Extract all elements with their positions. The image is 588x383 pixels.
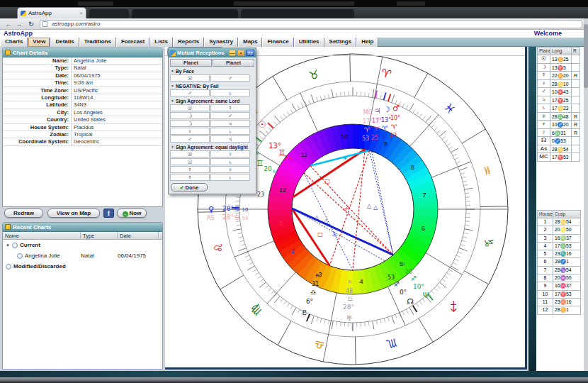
site-brand[interactable]: AstroApp [4, 30, 33, 37]
table-cell [572, 145, 580, 154]
welcome-link[interactable]: Welcome [534, 30, 562, 37]
detail-value[interactable]: 9:09 am [72, 79, 162, 86]
desktop-strip [0, 0, 588, 7]
table-cell: ♀ [538, 80, 550, 89]
detail-value[interactable]: US/Pacific [72, 87, 162, 94]
tab-close-icon[interactable]: × [79, 11, 83, 16]
wheel-annotation: R [349, 279, 352, 285]
column-header[interactable]: Name [3, 232, 81, 239]
wheel-annotation: 28° [343, 304, 354, 311]
tab-view[interactable]: View [28, 38, 50, 47]
done-button[interactable]: ✔ Done [171, 183, 208, 192]
table-row: 728♑54 [538, 267, 581, 274]
right-panel: PlanetLongR☉13♊25☽13♈5☿22♊20R♀28♋10♂10♈4… [536, 47, 584, 371]
dialog-column-header[interactable]: Planet [170, 59, 212, 67]
dialog-minimize-icon[interactable]: — [229, 50, 236, 56]
reception-group-header[interactable]: ▼By Face [169, 67, 256, 74]
scrollbar-thumb[interactable] [584, 24, 588, 88]
back-icon[interactable]: ← [4, 20, 13, 28]
recent-charts-columns: NameTypeDate [3, 232, 162, 240]
background-tab[interactable] [241, 9, 354, 18]
tab-settings[interactable]: Settings [324, 38, 357, 47]
column-header[interactable]: Cusp [553, 211, 581, 218]
list-item[interactable]: Angelina JolieNatal06/04/1975 [3, 250, 162, 261]
list-item[interactable]: Modified/Discarded [3, 261, 162, 272]
detail-value[interactable]: Los Angeles [72, 109, 162, 116]
table-cell: 17♋23 [550, 104, 572, 113]
detail-value[interactable]: 34N3 [72, 101, 162, 108]
detail-value[interactable]: 118W14 [72, 94, 162, 101]
browser-scrollbar[interactable] [584, 18, 588, 377]
table-cell [572, 104, 580, 113]
browser-tab-astroapp[interactable]: AstroApp × [17, 7, 86, 18]
tab-traditions[interactable]: Traditions [79, 38, 116, 47]
house-number: 2 [291, 248, 295, 255]
collapse-icon[interactable]: ▼ [171, 69, 174, 73]
reception-group-header[interactable]: ▼NEGATIVE: By Fall [169, 82, 256, 89]
radio-button[interactable] [6, 264, 11, 270]
list-item[interactable]: ▼Current [3, 240, 162, 250]
detail-row: House System:Placidus [3, 124, 162, 131]
detail-value[interactable]: Placidus [72, 124, 162, 131]
tab-finance[interactable]: Finance [262, 38, 293, 47]
column-header[interactable]: R [572, 48, 580, 55]
wheel-annotation: 28° [222, 205, 234, 212]
dialog-titlebar[interactable]: Mutual Receptions — × ?? [169, 48, 256, 57]
tab-maps[interactable]: Maps [238, 38, 262, 47]
now-button[interactable]: →Now [117, 209, 147, 218]
tab-help[interactable]: Help [356, 38, 378, 47]
detail-value[interactable]: United States [72, 116, 162, 123]
reception-pair-row: ☉♄ [169, 158, 256, 165]
tab-forecast[interactable]: Forecast [116, 38, 149, 47]
chart-name-cell: Modified/Discarded [3, 263, 81, 270]
table-cell: 8 [538, 274, 553, 282]
recent-charts-titlebar[interactable]: Recent Charts [3, 223, 162, 232]
chart-details-titlebar[interactable]: Chart Details [3, 48, 162, 57]
reception-group-header[interactable]: ▼Sign Agreement: equal daylight [169, 143, 256, 150]
detail-label: Zodiac: [3, 131, 72, 138]
planet-glyph-cell: ♄ [210, 174, 250, 181]
redraw-button[interactable]: Redraw [4, 209, 43, 218]
reception-group-header[interactable]: ▼Sign Agreement: same Lord [169, 97, 256, 104]
wheel-annotation: 20 [405, 269, 412, 275]
detail-value[interactable]: Geocentric [72, 138, 162, 145]
collapse-icon[interactable]: ▼ [171, 145, 174, 149]
detail-value[interactable]: Natal [72, 65, 162, 71]
house-number: 8 [411, 164, 414, 171]
detail-row: Longitude:118W14 [3, 94, 162, 101]
column-header[interactable]: Date [118, 232, 159, 239]
detail-value[interactable]: Angelina Jolie [72, 57, 162, 64]
dialog-column-header[interactable]: Planet [213, 59, 254, 67]
tab-details[interactable]: Details [50, 38, 79, 47]
url-bar[interactable]: astroapp.com/astro [40, 20, 582, 28]
background-tab[interactable] [89, 9, 129, 18]
table-cell: R [572, 72, 580, 80]
page-bottom-strip [0, 371, 588, 377]
dialog-help-icon[interactable]: ?? [246, 50, 254, 56]
tab-reports[interactable]: Reports [173, 38, 204, 47]
forward-icon[interactable]: → [14, 20, 24, 28]
column-header[interactable]: Long [550, 48, 572, 55]
collapse-icon[interactable]: ▼ [171, 84, 174, 88]
column-header[interactable]: Planet [538, 48, 550, 55]
wheel-annotation: 5 [381, 134, 385, 140]
detail-value[interactable]: 06/04/1975 [72, 72, 162, 79]
detail-value[interactable]: Tropical [72, 131, 162, 138]
collapse-icon[interactable]: ▼ [171, 99, 174, 103]
radio-button[interactable] [12, 243, 18, 248]
expander-icon[interactable]: ▼ [6, 243, 11, 248]
reload-icon[interactable]: ↻ [26, 20, 36, 28]
view-on-map-button[interactable]: View on Map [47, 209, 100, 218]
dialog-close-icon[interactable]: × [237, 50, 244, 56]
table-cell: 28♐1 [553, 258, 581, 266]
tab-charts[interactable]: Charts [0, 38, 28, 47]
background-tab[interactable] [132, 9, 238, 18]
tab-synastry[interactable]: Synastry [204, 38, 238, 47]
tab-lists[interactable]: Lists [149, 38, 173, 47]
facebook-button[interactable]: f [103, 209, 114, 218]
column-header[interactable]: House [538, 211, 553, 218]
column-header[interactable]: Type [81, 232, 118, 239]
table-cell: 5 [538, 250, 553, 258]
radio-button[interactable] [17, 253, 23, 259]
tab-utilities[interactable]: Utilities [294, 38, 324, 47]
